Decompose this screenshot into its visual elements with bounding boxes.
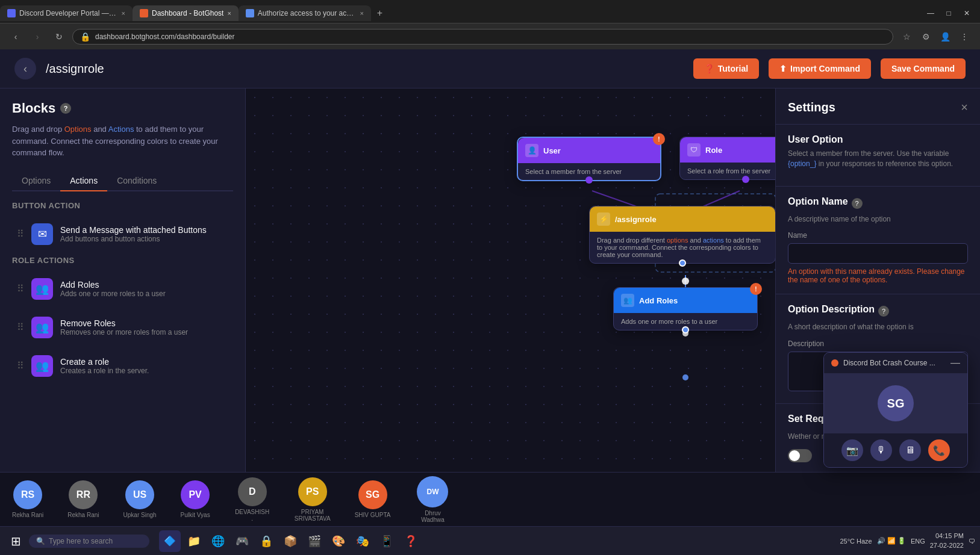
url-bar[interactable]: 🔒 dashboard.botghost.com/dashboard/build…	[72, 29, 893, 45]
profile-icon[interactable]: 👤	[937, 28, 953, 45]
taskbar-app-3[interactable]: 🎮	[231, 530, 253, 552]
add-roles-icon: 👥	[31, 278, 53, 300]
create-role-info: Create a role Creates a role in the serv…	[60, 357, 149, 375]
user-node-header: 👤 User	[518, 138, 660, 163]
back-button[interactable]: ‹	[14, 58, 36, 79]
save-command-button[interactable]: Save Command	[881, 58, 966, 79]
main-node-header: ⚡ /assignrole	[590, 206, 775, 232]
drag-handle[interactable]: ⠿	[17, 360, 24, 371]
minimize-button[interactable]: —	[922, 5, 939, 22]
taskbar-app-5[interactable]: 📦	[279, 530, 301, 552]
taskbar-app-8[interactable]: 🎭	[352, 530, 373, 552]
option-name-label: Name	[788, 231, 968, 240]
tab-options[interactable]: Options	[12, 171, 60, 191]
block-remove-roles[interactable]: ⠿ 👥 Remove Roles Removes one or more rol…	[12, 311, 233, 344]
tab-authorize-label: Authorize access to your account	[258, 9, 357, 17]
user-node-title: User	[543, 146, 561, 155]
user-item: SG SHIV GUPTA	[355, 480, 391, 518]
maximize-button[interactable]: □	[940, 5, 957, 22]
block-add-roles[interactable]: ⠿ 👥 Add Roles Adds one or more roles to …	[12, 272, 233, 306]
variable-link: {option_}	[788, 160, 816, 168]
video-screen-button[interactable]: 🖥	[899, 439, 921, 461]
browser-chrome: Discord Developer Portal — My ... × Dash…	[0, 0, 980, 49]
import-command-button[interactable]: ⬆ Import Command	[769, 58, 871, 79]
taskbar-app-0[interactable]: 🔷	[159, 530, 181, 552]
node-main[interactable]: ⚡ /assignrole Drag and drop different op…	[589, 206, 775, 264]
video-popup-body: SG	[824, 373, 967, 433]
node-add-roles[interactable]: ! 👥 Add Roles Adds one or more roles to …	[613, 287, 758, 330]
option-desc-help-icon[interactable]: ?	[878, 306, 889, 317]
tab-discord-label: Discord Developer Portal — My ...	[19, 9, 118, 17]
main-node-title: /assignrole	[615, 215, 657, 224]
user-item: D DEVASHISH .	[234, 477, 270, 522]
tutorial-icon: ❓	[704, 64, 714, 73]
notification-icon[interactable]: 🗨	[969, 538, 975, 545]
required-toggle[interactable]	[788, 449, 812, 462]
tab-conditions[interactable]: Conditions	[107, 171, 166, 191]
user-item: US Upkar Singh	[123, 480, 157, 518]
video-popup-minimize-button[interactable]: —	[950, 358, 960, 368]
block-create-role[interactable]: ⠿ 👥 Create a role Creates a role in the …	[12, 349, 233, 383]
taskbar-app-2[interactable]: 🌐	[207, 530, 229, 552]
close-button[interactable]: ✕	[958, 5, 975, 22]
extensions-icon[interactable]: ⚙	[917, 28, 934, 45]
blocks-help-icon[interactable]: ?	[60, 103, 71, 114]
remove-roles-icon: 👥	[31, 317, 53, 338]
bookmark-icon[interactable]: ☆	[898, 28, 915, 45]
reload-button[interactable]: ↻	[51, 28, 67, 45]
tab-close-authorize[interactable]: ×	[360, 10, 363, 17]
remove-roles-name: Remove Roles	[60, 318, 188, 328]
settings-close-button[interactable]: ×	[961, 101, 968, 114]
node-user[interactable]: ! 👤 User Select a member from the server	[517, 137, 661, 181]
taskbar-app-10[interactable]: ❓	[400, 530, 422, 552]
tab-add-button[interactable]: +	[371, 5, 389, 21]
drag-handle[interactable]: ⠿	[17, 283, 24, 294]
forward-nav-button[interactable]: ›	[29, 28, 46, 45]
taskbar-app-9[interactable]: 📱	[376, 530, 398, 552]
drag-handle[interactable]: ⠿	[17, 321, 24, 333]
menu-icon[interactable]: ⋮	[956, 28, 973, 45]
option-name-input[interactable]	[788, 243, 968, 264]
user-option-desc: Select a member from the server. Use the…	[788, 149, 968, 169]
tutorial-button[interactable]: ❓ Tutorial	[693, 58, 759, 79]
tab-botghost[interactable]: Dashboard - BotGhost ×	[133, 5, 239, 21]
block-send-message[interactable]: ⠿ ✉ Send a Message with attached Buttons…	[12, 217, 233, 251]
blocks-heading: Blocks ?	[12, 101, 233, 116]
start-button[interactable]: ⊞	[5, 530, 27, 552]
option-name-help-icon[interactable]: ?	[852, 198, 863, 209]
tab-actions[interactable]: Actions	[60, 171, 107, 191]
video-camera-button[interactable]: 📷	[841, 439, 863, 461]
option-desc-title: Option Description	[788, 304, 875, 315]
avatar-pv: PV	[181, 480, 210, 509]
node-role[interactable]: ! 🛡 Role Select a role from the server	[679, 137, 775, 180]
add-roles-name: Add Roles	[60, 280, 166, 290]
taskbar-app-7[interactable]: 🎨	[328, 530, 349, 552]
tab-close-botghost[interactable]: ×	[227, 10, 231, 17]
tab-close-discord[interactable]: ×	[122, 10, 125, 17]
video-mic-button[interactable]: 🎙	[870, 439, 892, 461]
user-node-icon: 👤	[525, 144, 538, 157]
video-end-call-button[interactable]: 📞	[928, 439, 950, 461]
taskbar-app-6[interactable]: 🎬	[304, 530, 325, 552]
avatar-rs: RS	[13, 480, 42, 509]
taskbar-app-4[interactable]: 🔒	[255, 530, 277, 552]
taskbar-apps: 🔷 📁 🌐 🎮 🔒 📦 🎬 🎨 🎭 📱 ❓	[159, 530, 422, 552]
drag-handle[interactable]: ⠿	[17, 228, 24, 240]
svg-point-6	[682, 374, 688, 380]
avatar-ps: PS	[298, 477, 327, 506]
tab-discord-dev[interactable]: Discord Developer Portal — My ... ×	[0, 5, 133, 21]
import-icon: ⬆	[779, 64, 787, 73]
tab-authorize[interactable]: Authorize access to your account ×	[239, 5, 371, 21]
blocks-title-text: Blocks	[12, 101, 55, 116]
user-name-sg: SHIV GUPTA	[355, 512, 391, 518]
main-node-connector	[679, 259, 686, 267]
video-popup-title: Discord Bot Crash Course ...	[843, 359, 946, 367]
back-nav-button[interactable]: ‹	[7, 28, 24, 45]
user-node-connector	[585, 176, 593, 184]
window-controls: — □ ✕	[922, 5, 980, 22]
create-role-name: Create a role	[60, 357, 149, 367]
video-popup-header: Discord Bot Crash Course ... —	[824, 353, 967, 373]
taskbar-app-1[interactable]: 📁	[183, 530, 205, 552]
taskbar-search[interactable]: 🔍 Type here to search	[29, 535, 149, 548]
video-popup-dot	[831, 359, 838, 367]
